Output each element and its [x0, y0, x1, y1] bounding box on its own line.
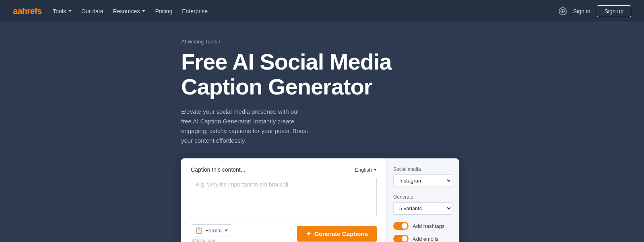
- hashtags-toggle[interactable]: [393, 222, 409, 230]
- emojis-label: Add emojis: [413, 236, 438, 242]
- caption-textarea[interactable]: [191, 177, 377, 217]
- caption-label: Caption this content...: [191, 166, 245, 173]
- tone-selector[interactable]: 📋 Formal: [191, 224, 232, 236]
- generate-captions-button[interactable]: ✦ Generate Captions: [297, 226, 377, 242]
- emojis-toggle[interactable]: [393, 235, 409, 242]
- page-description: Elevate your social media presence with …: [181, 107, 310, 146]
- nav-actions: Sign in Sign up: [559, 5, 631, 17]
- generate-label: Generate: [393, 194, 452, 200]
- nav-enterprise[interactable]: Enterprise: [182, 8, 208, 14]
- content-wrapper: AI Writing Tools / Free AI Social Media …: [181, 39, 463, 242]
- writing-tone-hint: Writing tone: [192, 238, 232, 242]
- logo[interactable]: aahrefs: [13, 6, 41, 16]
- chevron-down-icon: [68, 10, 72, 12]
- hashtags-toggle-row: Add hashtags: [393, 222, 452, 230]
- nav-our-data[interactable]: Our data: [81, 8, 103, 14]
- chevron-down-icon: [374, 169, 377, 171]
- signup-button[interactable]: Sign up: [597, 5, 631, 17]
- globe-icon[interactable]: [559, 7, 567, 15]
- tone-value: Formal: [205, 228, 221, 234]
- tool-left-panel: Caption this content... English 📋 Formal: [181, 158, 386, 242]
- chevron-down-icon: [225, 230, 228, 232]
- hashtags-label: Add hashtags: [413, 223, 445, 229]
- tone-block: 📋 Formal Writing tone: [191, 224, 232, 242]
- signin-button[interactable]: Sign in: [573, 8, 590, 14]
- logo-accent: a: [13, 6, 17, 16]
- main-content: AI Writing Tools / Free AI Social Media …: [0, 23, 644, 242]
- nav-resources[interactable]: Resources: [113, 8, 145, 14]
- nav-links: Tools Our data Resources Pricing Enterpr…: [53, 8, 558, 14]
- generate-button-label: Generate Captions: [314, 230, 368, 237]
- navbar: aahrefs Tools Our data Resources Pricing…: [0, 0, 644, 23]
- breadcrumb: AI Writing Tools /: [181, 39, 463, 45]
- tool-card: Caption this content... English 📋 Formal: [181, 158, 459, 242]
- page-title: Free AI Social Media Caption Generator: [181, 49, 463, 99]
- sparkle-icon: ✦: [306, 230, 311, 238]
- social-media-label: Social media: [393, 166, 452, 172]
- social-media-select[interactable]: Instagram Facebook Twitter LinkedIn TikT…: [393, 174, 452, 187]
- bottom-row: 📋 Formal Writing tone ✦ Generate Caption…: [191, 224, 377, 242]
- nav-pricing[interactable]: Pricing: [155, 8, 172, 14]
- nav-tools[interactable]: Tools: [53, 8, 72, 14]
- emojis-toggle-row: Add emojis: [393, 235, 452, 242]
- language-value: English: [355, 167, 372, 173]
- chevron-down-icon: [142, 10, 145, 12]
- tone-icon: 📋: [195, 227, 203, 234]
- caption-header: Caption this content... English: [191, 166, 377, 173]
- language-selector[interactable]: English: [355, 167, 377, 173]
- tool-right-panel: Social media Instagram Facebook Twitter …: [386, 158, 459, 242]
- variants-select[interactable]: 1 variant 3 variants 5 variants 10 varia…: [393, 202, 452, 215]
